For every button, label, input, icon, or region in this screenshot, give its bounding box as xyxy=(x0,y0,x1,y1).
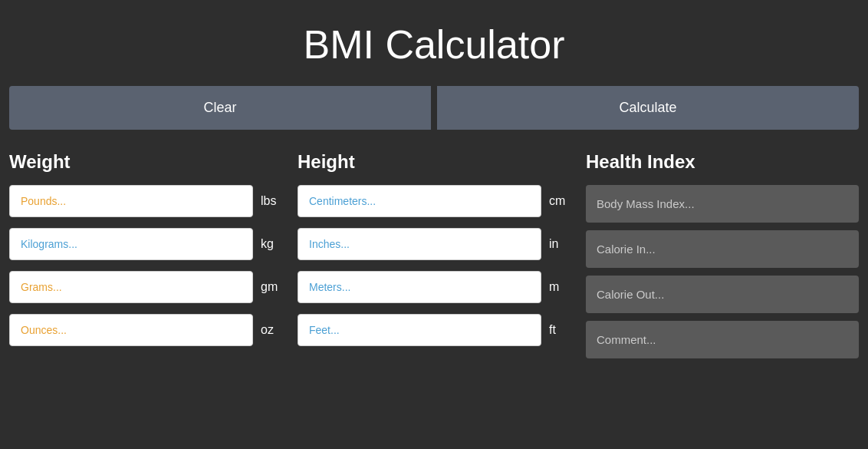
height-section: Height cminmft xyxy=(298,151,570,366)
health-field-2[interactable] xyxy=(586,276,859,313)
weight-unit-label-3: oz xyxy=(261,323,282,337)
main-content: Weight lbskggmoz Height cminmft Health I… xyxy=(0,151,868,366)
height-unit-label-3: ft xyxy=(549,323,570,337)
clear-button[interactable]: Clear xyxy=(9,86,431,130)
weight-section: Weight lbskggmoz xyxy=(9,151,282,366)
height-inputs: cminmft xyxy=(298,185,570,346)
button-row: Clear Calculate xyxy=(0,86,868,130)
weight-unit-label-0: lbs xyxy=(261,194,282,208)
height-unit-label-0: cm xyxy=(549,194,570,208)
health-field-1[interactable] xyxy=(586,230,859,268)
health-field-0[interactable] xyxy=(586,185,859,223)
height-input-row: m xyxy=(298,271,570,303)
height-input-1[interactable] xyxy=(298,228,541,260)
weight-input-row: oz xyxy=(9,314,282,346)
weight-unit-label-1: kg xyxy=(261,237,282,251)
weight-input-row: gm xyxy=(9,271,282,303)
weight-input-1[interactable] xyxy=(9,228,253,260)
weight-inputs: lbskggmoz xyxy=(9,185,282,346)
weight-input-2[interactable] xyxy=(9,271,253,303)
height-input-row: in xyxy=(298,228,570,260)
height-input-2[interactable] xyxy=(298,271,541,303)
weight-unit-label-2: gm xyxy=(261,280,282,294)
health-index-title: Health Index xyxy=(586,151,859,173)
weight-input-row: lbs xyxy=(9,185,282,217)
height-unit-label-1: in xyxy=(549,237,570,251)
health-fields xyxy=(586,185,859,366)
weight-input-0[interactable] xyxy=(9,185,253,217)
height-section-title: Height xyxy=(298,151,570,173)
height-input-row: ft xyxy=(298,314,570,346)
height-input-3[interactable] xyxy=(298,314,541,346)
health-field-3[interactable] xyxy=(586,321,859,358)
weight-section-title: Weight xyxy=(9,151,282,173)
weight-input-3[interactable] xyxy=(9,314,253,346)
health-index-section: Health Index xyxy=(586,151,859,366)
calculate-button[interactable]: Calculate xyxy=(437,86,859,130)
weight-input-row: kg xyxy=(9,228,282,260)
height-input-row: cm xyxy=(298,185,570,217)
height-input-0[interactable] xyxy=(298,185,541,217)
page-title: BMI Calculator xyxy=(0,0,868,86)
height-unit-label-2: m xyxy=(549,280,570,294)
